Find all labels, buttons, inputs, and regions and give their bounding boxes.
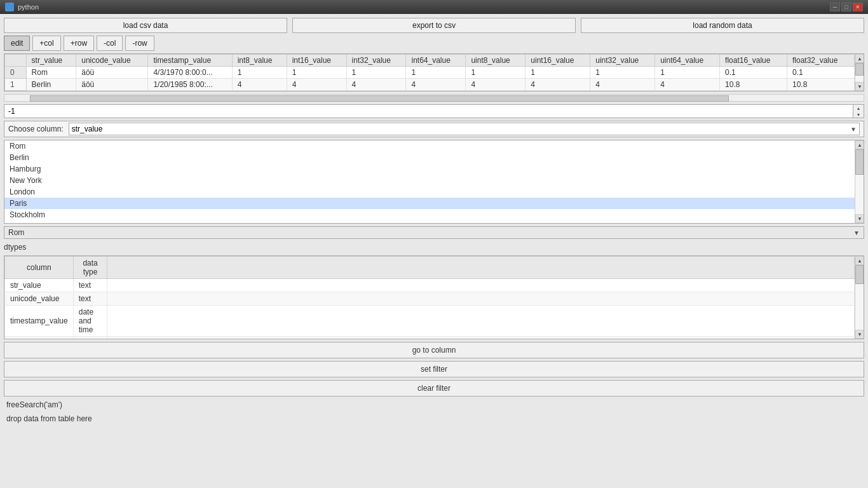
table-cell-index[interactable]: 0 [5,67,27,79]
col-header-int64_value[interactable]: int64_value [406,55,466,67]
table-cell-int16_value[interactable]: 4 [287,79,346,91]
table-cell-unicode_value[interactable]: äöü [76,79,148,91]
table-cell-int64_value[interactable]: 1 [406,67,466,79]
col-header-int16_value[interactable]: int16_value [287,55,346,67]
remove-row-button[interactable]: -row [125,36,154,51]
dtypes-scroll-down[interactable]: ▼ [855,330,864,339]
list-container[interactable]: RomBerlinHamburgNew YorkLondonParisStock… [4,140,864,223]
table-cell-str_value[interactable]: Rom [26,67,76,79]
col-header-unicode_value[interactable]: unicode_value [76,55,148,67]
go-to-column-button[interactable]: go to column [4,342,864,358]
dtypes-scroll-up[interactable]: ▲ [855,256,864,265]
clear-filter-button[interactable]: clear filter [4,380,864,396]
list-scrollbar[interactable]: ▲ ▼ [855,140,864,223]
spin-buttons: ▲ ▼ [853,105,864,118]
data-table-wrapper[interactable]: str_value unicode_value timestamp_value … [4,54,864,91]
list-item[interactable]: Amsterdam [4,220,855,223]
col-header-uint16_value[interactable]: uint16_value [526,55,590,67]
dtype-empty [107,337,855,339]
table-scrollbar[interactable]: ▲ ▼ [855,54,864,91]
dtype-column-name: str_value [5,279,74,292]
column-select-dropdown[interactable]: str_value ▼ [69,123,860,135]
table-row[interactable]: 0Romäöü4/3/1970 8:00:0...111111110.10.1 [5,67,855,79]
col-header-float32_value[interactable]: float32_value [787,55,854,67]
list-scroll-down[interactable]: ▼ [855,214,864,223]
export-csv-button[interactable]: export to csv [292,18,576,33]
list-item[interactable]: Berlin [4,152,855,163]
spin-up-button[interactable]: ▲ [853,105,864,111]
add-col-button[interactable]: +col [32,36,60,51]
load-csv-button[interactable]: load csv data [4,18,287,33]
col-header-uint32_value[interactable]: uint32_value [590,55,655,67]
data-table: str_value unicode_value timestamp_value … [4,54,855,91]
row-index-input[interactable]: -1 [4,105,853,117]
dtypes-row: timestamp_valuedate and time [5,306,855,337]
list-item[interactable]: Hamburg [4,163,855,175]
col-header-uint64_value[interactable]: uint64_value [655,55,720,67]
dtype-data-type: text [73,279,107,292]
dtypes-scroll-thumb[interactable] [855,265,864,284]
scroll-thumb[interactable] [855,63,864,76]
list-scroll-up[interactable]: ▲ [855,140,864,149]
table-cell-int16_value[interactable]: 1 [287,67,346,79]
list-item[interactable]: New York [4,175,855,186]
table-cell-int32_value[interactable]: 4 [346,79,406,91]
table-cell-timestamp_value[interactable]: 4/3/1970 8:00:0... [148,67,232,79]
table-cell-unicode_value[interactable]: äöü [76,67,148,79]
scroll-up-arrow[interactable]: ▲ [855,54,864,63]
table-cell-uint8_value[interactable]: 1 [466,67,526,79]
load-random-button[interactable]: load random data [581,18,864,33]
dtype-data-type: date and time [73,306,107,337]
h-scrollbar-thumb[interactable] [30,95,729,102]
add-row-button[interactable]: +row [64,36,94,51]
col-header-str_value[interactable]: str_value [26,55,76,67]
value-select-row[interactable]: Rom ▼ [4,226,864,239]
title-bar: python ─ □ ✕ [0,0,868,14]
table-cell-timestamp_value[interactable]: 1/20/1985 8:00:... [148,79,232,91]
dtypes-label: dtypes [4,241,864,253]
list-item[interactable]: Rom [4,140,855,152]
table-cell-float16_value[interactable]: 0.1 [720,67,787,79]
table-cell-float32_value[interactable]: 10.8 [787,79,854,91]
table-cell-int64_value[interactable]: 4 [406,79,466,91]
table-row[interactable]: 1Berlinäöü1/20/1985 8:00:...4444444410.8… [5,79,855,91]
table-cell-str_value[interactable]: Berlin [26,79,76,91]
col-header-timestamp_value[interactable]: timestamp_value [148,55,232,67]
table-cell-uint32_value[interactable]: 4 [590,79,655,91]
remove-col-button[interactable]: -col [97,36,123,51]
dtype-empty [107,306,855,337]
list-item[interactable]: London [4,186,855,198]
dtypes-scrollbar[interactable]: ▲ ▼ [855,256,864,339]
free-search-info: freeSearch('am') [4,399,864,410]
maximize-button[interactable]: □ [841,3,851,11]
list-item[interactable]: Stockholm [4,209,855,220]
close-button[interactable]: ✕ [853,3,863,11]
col-header-int32_value[interactable]: int32_value [346,55,406,67]
edit-button[interactable]: edit [4,36,30,51]
col-header-float16_value[interactable]: float16_value [720,55,787,67]
table-cell-index[interactable]: 1 [5,79,27,91]
dtype-column-name: timestamp_value [5,306,74,337]
table-cell-uint64_value[interactable]: 1 [655,67,720,79]
table-cell-uint16_value[interactable]: 4 [526,79,590,91]
horizontal-scrollbar[interactable] [4,94,864,102]
dtype-data-type: small integer (8 bit) [73,337,107,339]
col-header-int8_value[interactable]: int8_value [232,55,287,67]
dtypes-col-header-datatype: data type [73,257,107,279]
list-scroll-thumb[interactable] [855,149,864,175]
table-cell-int8_value[interactable]: 4 [232,79,287,91]
table-cell-int32_value[interactable]: 1 [346,67,406,79]
table-cell-float16_value[interactable]: 10.8 [720,79,787,91]
scroll-down-arrow[interactable]: ▼ [855,82,864,91]
table-cell-uint8_value[interactable]: 4 [466,79,526,91]
table-cell-float32_value[interactable]: 0.1 [787,67,854,79]
table-cell-uint64_value[interactable]: 4 [655,79,720,91]
table-cell-uint16_value[interactable]: 1 [526,67,590,79]
minimize-button[interactable]: ─ [830,3,840,11]
col-header-uint8_value[interactable]: uint8_value [466,55,526,67]
table-cell-int8_value[interactable]: 1 [232,67,287,79]
table-cell-uint32_value[interactable]: 1 [590,67,655,79]
list-item[interactable]: Paris [4,198,855,209]
spin-down-button[interactable]: ▼ [853,111,864,118]
set-filter-button[interactable]: set filter [4,361,864,377]
